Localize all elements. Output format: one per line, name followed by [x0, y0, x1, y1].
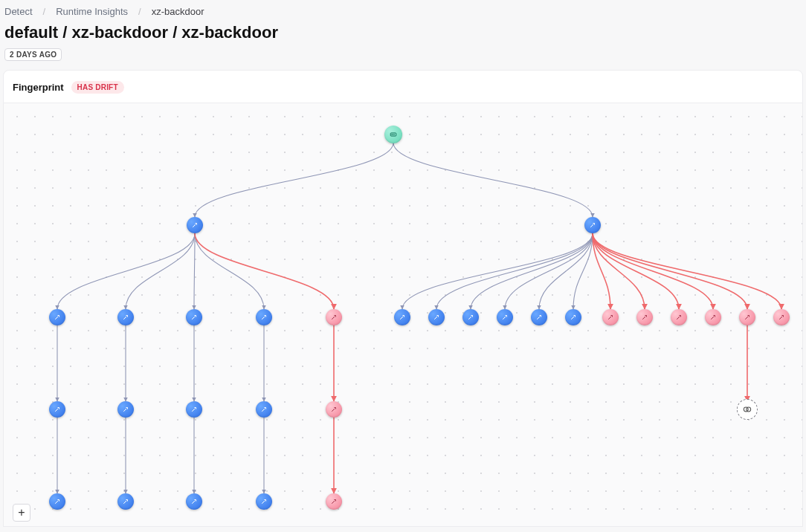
breadcrumb: Detect / Runtime Insights / xz-backdoor [4, 4, 802, 22]
graph-edge [393, 143, 593, 217]
graph-drift-node[interactable] [671, 309, 687, 325]
graph-drift-node[interactable] [739, 309, 755, 325]
graph-process-node[interactable] [187, 217, 203, 233]
graph-edge [471, 233, 593, 309]
graph-process-node[interactable] [584, 217, 601, 233]
tab-bar: Fingerprint HAS DRIFT [3, 70, 803, 103]
graph-edge [194, 233, 195, 309]
graph-edge [126, 233, 195, 309]
graph-canvas[interactable]: + [3, 103, 803, 527]
graph-edge [593, 233, 645, 309]
graph-process-node[interactable] [49, 401, 65, 418]
page-title: default / xz-backdoor / xz-backdoor [4, 22, 802, 47]
graph-root-node[interactable] [384, 126, 402, 143]
graph-process-node[interactable] [49, 493, 65, 510]
graph-process-node[interactable] [462, 309, 479, 325]
graph-edge [573, 233, 593, 309]
graph-edge [593, 233, 713, 309]
graph-drift-node[interactable] [602, 309, 619, 325]
graph-process-node[interactable] [117, 493, 134, 510]
breadcrumb-runtime-insights[interactable]: Runtime Insights [56, 6, 128, 17]
breadcrumb-detect[interactable]: Detect [4, 6, 33, 17]
breadcrumb-sep-icon: / [43, 6, 46, 17]
graph-process-node[interactable] [256, 493, 272, 510]
graph-drift-node[interactable] [326, 309, 342, 325]
graph-drift-node[interactable] [326, 493, 342, 510]
breadcrumb-current: xz-backdoor [152, 6, 204, 17]
graph-edge [593, 233, 679, 309]
graph-process-node[interactable] [49, 309, 65, 325]
zoom-in-button[interactable]: + [13, 504, 30, 522]
graph-process-node[interactable] [497, 309, 513, 325]
graph-process-node[interactable] [428, 309, 445, 325]
graph-process-node[interactable] [565, 309, 581, 325]
graph-process-node[interactable] [531, 309, 547, 325]
graph-process-node[interactable] [394, 309, 410, 325]
svg-point-2 [747, 407, 751, 412]
graph-edge [195, 233, 334, 309]
graph-process-node[interactable] [117, 401, 134, 418]
graph-edge [593, 233, 610, 309]
graph-edge [539, 233, 593, 309]
graph-edge [195, 233, 264, 309]
graph-edge [593, 233, 781, 309]
graph-process-node[interactable] [256, 309, 272, 325]
age-badge: 2 DAYS AGO [4, 48, 62, 61]
graph-edge [402, 233, 593, 309]
graph-process-node[interactable] [186, 309, 202, 325]
graph-detail-node[interactable] [737, 399, 758, 420]
drift-badge: HAS DRIFT [71, 81, 124, 94]
graph-drift-node[interactable] [773, 309, 790, 325]
graph-drift-node[interactable] [636, 309, 653, 325]
graph-drift-node[interactable] [326, 401, 342, 418]
graph-drift-node[interactable] [705, 309, 721, 325]
graph-process-node[interactable] [186, 493, 202, 510]
graph-edge [436, 233, 593, 309]
graph-edge [57, 233, 195, 309]
graph-edge [593, 233, 747, 309]
graph-process-node[interactable] [256, 401, 272, 418]
graph-process-node[interactable] [117, 309, 134, 325]
breadcrumb-sep-icon: / [138, 6, 141, 17]
graph-edge [505, 233, 593, 309]
graph-edge [195, 143, 393, 217]
tab-fingerprint[interactable]: Fingerprint [13, 82, 64, 93]
graph-process-node[interactable] [186, 401, 202, 418]
